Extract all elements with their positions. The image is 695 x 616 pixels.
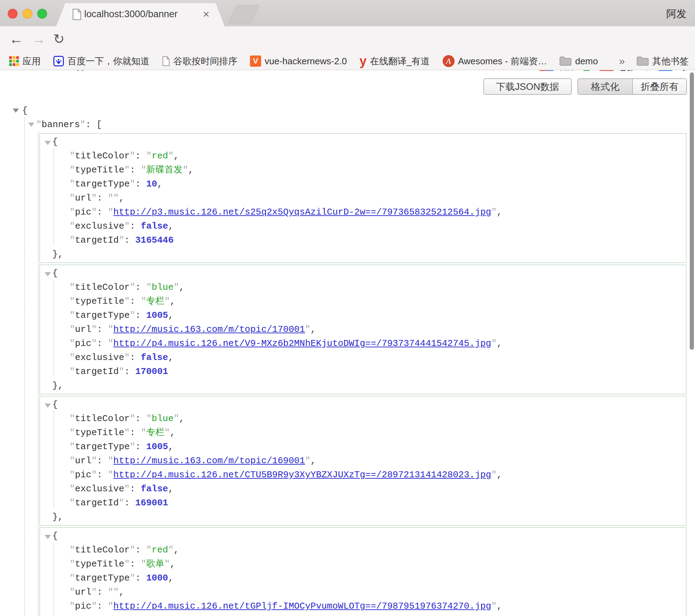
json-kv-row: "targetType": 10, xyxy=(40,177,686,191)
json-kv-row: "typeTitle": "新碟首发", xyxy=(40,163,686,177)
json-kv-row: "targetType": 1000, xyxy=(40,571,686,585)
youdao-icon: y xyxy=(359,55,366,67)
baidu-paw-icon xyxy=(53,56,64,66)
collapse-all-button[interactable]: 折叠所有 xyxy=(633,79,686,94)
json-root-row: { xyxy=(0,104,695,118)
reload-button[interactable]: ↻ xyxy=(53,31,65,47)
browser-tab[interactable]: localhost:3000/banner × xyxy=(56,3,225,26)
json-kv-row: "exclusive": false, xyxy=(40,350,686,365)
apps-grid-icon xyxy=(9,56,19,66)
folder-icon xyxy=(560,57,571,66)
vue-icon: V xyxy=(250,55,261,67)
other-bookmarks-folder[interactable]: 其他书签 xyxy=(637,55,689,67)
json-kv-row: "url": "http://music.163.com/m/topic/170… xyxy=(40,322,686,336)
json-url-link[interactable]: http://music.163.com/m/topic/170001 xyxy=(113,324,305,335)
json-object-open-row: { xyxy=(40,135,686,149)
json-kv-row: "targetId": 169001 xyxy=(40,496,686,510)
json-kv-row: "titleColor": "red", xyxy=(40,543,686,557)
banner-object-box: {"titleColor": "red","typeTitle": "新碟首发"… xyxy=(39,133,687,263)
json-kv-row: "pic": "http://p4.music.126.net/V9-MXz6b… xyxy=(40,336,686,350)
json-kv-row: "typeTitle": "专栏", xyxy=(40,426,686,440)
bookmark-google-sort[interactable]: 谷歌按时间排序 xyxy=(162,55,237,67)
banner-object-box: {"titleColor": "blue","typeTitle": "专栏",… xyxy=(39,396,687,526)
format-button[interactable]: 格式化 xyxy=(578,79,633,94)
collapse-triangle-icon[interactable] xyxy=(13,109,19,113)
page-icon xyxy=(72,9,81,20)
vertical-scrollbar[interactable] xyxy=(690,72,694,350)
back-button[interactable]: ← xyxy=(9,31,23,47)
folder-icon xyxy=(637,57,649,66)
bookmarks-overflow-chevron[interactable]: » xyxy=(619,55,625,67)
json-object-close-row: }, xyxy=(40,247,686,261)
indent-guide xyxy=(38,132,39,616)
page-content: 下载JSON数据 格式化 折叠所有 { "banners": [ {"title… xyxy=(0,71,695,616)
json-kv-row: "pic": "http://p4.music.126.net/CTU5B9R9… xyxy=(40,468,686,482)
json-object-close-row: }, xyxy=(40,510,686,524)
bookmark-demo-folder[interactable]: demo xyxy=(560,56,598,67)
json-object-open-row: { xyxy=(40,529,686,543)
download-json-button[interactable]: 下载JSON数据 xyxy=(483,78,572,95)
indent-guide xyxy=(24,118,25,616)
json-kv-row: "titleColor": "blue", xyxy=(40,280,686,294)
json-object-open-row: { xyxy=(40,266,686,280)
bookmark-awesomes[interactable]: A Awesomes - 前端资… xyxy=(443,55,547,67)
json-kv-row: "typeTitle": "歌单", xyxy=(40,557,686,571)
awesomes-icon: A xyxy=(443,55,455,67)
bookmark-youdao[interactable]: y 在线翻译_有道 xyxy=(359,55,430,67)
json-kv-row: "exclusive": false, xyxy=(40,482,686,496)
json-banners-row: "banners": [ xyxy=(0,118,695,132)
collapse-triangle-icon[interactable] xyxy=(45,535,51,539)
json-viewer: { "banners": [ {"titleColor": "red","typ… xyxy=(0,104,695,616)
json-kv-row: "url": "", xyxy=(40,585,686,599)
forward-button[interactable]: → xyxy=(32,31,46,47)
collapse-triangle-icon[interactable] xyxy=(45,141,51,145)
zoom-window-button[interactable] xyxy=(37,9,47,19)
tab-title: localhost:3000/banner xyxy=(84,9,178,20)
json-kv-row: "targetType": 1005, xyxy=(40,440,686,454)
json-url-link[interactable]: http://p4.music.126.net/CTU5B9R9y3XyYBZX… xyxy=(113,470,491,480)
json-kv-row: "typeTitle": "专栏", xyxy=(40,294,686,308)
json-object-close-row: }, xyxy=(40,379,686,393)
minimize-window-button[interactable] xyxy=(22,9,32,19)
tab-bar: localhost:3000/banner × 阿发 xyxy=(0,0,695,26)
json-url-link[interactable]: http://p4.music.126.net/tGPljf-IMOCyPvum… xyxy=(113,601,491,611)
banner-object-box: {"titleColor": "red","typeTitle": "歌单","… xyxy=(39,527,687,616)
json-kv-row: "exclusive": false xyxy=(40,613,686,616)
tab-close-icon[interactable]: × xyxy=(203,7,210,21)
json-kv-row: "targetId": 3165446 xyxy=(40,233,686,247)
new-tab-button[interactable] xyxy=(228,5,260,23)
bookmark-baidu[interactable]: 百度一下，你就知道 xyxy=(53,55,150,67)
profile-name[interactable]: 阿发 xyxy=(666,7,687,21)
close-window-button[interactable] xyxy=(8,9,18,19)
json-kv-row: "exclusive": false, xyxy=(40,219,686,233)
json-url-link[interactable]: http://p4.music.126.net/V9-MXz6b2MNhEKju… xyxy=(113,338,491,349)
json-kv-row: "titleColor": "blue", xyxy=(40,412,686,426)
json-url-link[interactable]: http://music.163.com/m/topic/169001 xyxy=(113,456,305,466)
collapse-triangle-icon[interactable] xyxy=(28,123,34,127)
json-kv-row: "titleColor": "red", xyxy=(40,149,686,163)
collapse-triangle-icon[interactable] xyxy=(45,272,51,276)
collapse-triangle-icon[interactable] xyxy=(45,404,51,408)
bookmark-apps[interactable]: 应用 xyxy=(9,55,41,67)
browser-toolbar: ← → ↻ i localhost :3000/banner ☆ V 英 FE … xyxy=(0,26,695,53)
json-url-link[interactable]: http://p3.music.126.net/s25q2x5QyqsAzilC… xyxy=(113,207,491,217)
format-collapse-button-group: 格式化 折叠所有 xyxy=(577,78,687,95)
json-kv-row: "pic": "http://p4.music.126.net/tGPljf-I… xyxy=(40,599,686,613)
banner-object-box: {"titleColor": "blue","typeTitle": "专栏",… xyxy=(39,264,687,394)
bookmark-vue-hackernews[interactable]: V vue-hackernews-2.0 xyxy=(250,55,347,67)
page-icon xyxy=(162,56,170,66)
json-object-open-row: { xyxy=(40,398,686,412)
json-kv-row: "targetType": 1005, xyxy=(40,308,686,322)
json-kv-row: "targetId": 170001 xyxy=(40,365,686,379)
json-kv-row: "url": "http://music.163.com/m/topic/169… xyxy=(40,454,686,468)
json-array-items: {"titleColor": "red","typeTitle": "新碟首发"… xyxy=(39,133,687,616)
json-kv-row: "pic": "http://p3.music.126.net/s25q2x5Q… xyxy=(40,205,686,219)
json-kv-row: "url": "", xyxy=(40,191,686,205)
bookmarks-bar: 应用 百度一下，你就知道 谷歌按时间排序 V vue-hackernews-2.… xyxy=(0,53,695,70)
